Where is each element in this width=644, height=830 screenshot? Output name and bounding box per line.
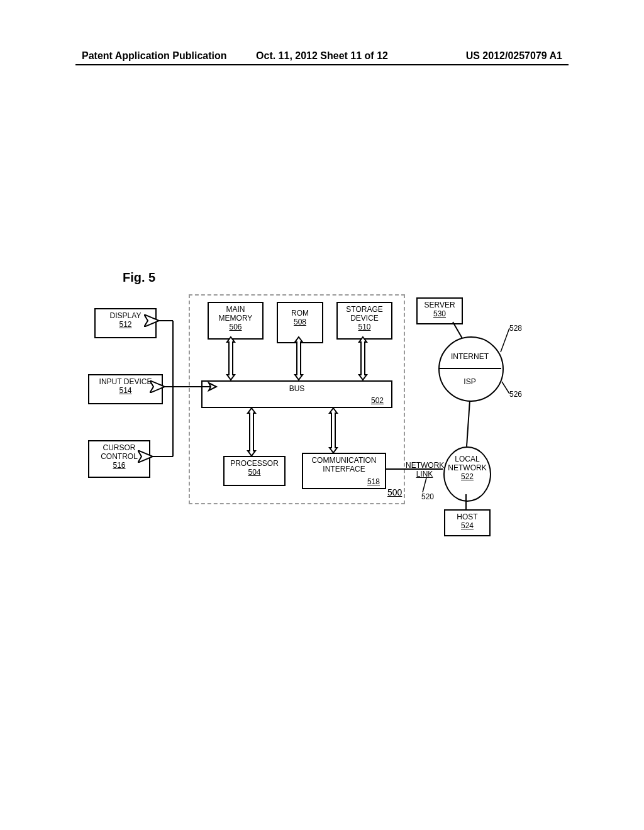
server-label: SERVER (418, 301, 462, 310)
input-device-ref: 514 (89, 387, 162, 396)
network-link-ref: 520 (421, 492, 434, 501)
storage-device-label-2: DEVICE (338, 314, 391, 323)
figure-title: Fig. 5 (123, 270, 155, 285)
host-box: HOST 524 (444, 509, 491, 536)
display-box: DISPLAY 512 (94, 308, 157, 338)
bus-label: BUS (203, 384, 391, 393)
isp-label: ISP (438, 377, 501, 386)
processor-box: PROCESSOR 504 (223, 456, 286, 486)
network-link-label-1: NETWORK (406, 461, 443, 470)
communication-interface-label-1: COMMUNICATION (303, 456, 385, 465)
internet-isp-divider (438, 368, 501, 369)
main-memory-label-1: MAIN (209, 306, 262, 314)
page: Patent Application Publication Oct. 11, … (0, 0, 644, 830)
internet-callout: 528 (509, 324, 522, 333)
rom-box: ROM 508 (277, 302, 323, 343)
processor-ref: 504 (225, 468, 284, 477)
storage-device-ref: 510 (338, 323, 391, 332)
rom-ref: 508 (278, 318, 322, 327)
header-rule (75, 64, 569, 65)
cursor-control-label-2: CONTROL (89, 453, 149, 462)
host-ref: 524 (445, 522, 489, 531)
internet-label: INTERNET (438, 352, 501, 361)
processor-label: PROCESSOR (225, 460, 284, 468)
input-device-label: INPUT DEVICE (89, 378, 162, 387)
communication-interface-label-2: INTERFACE (303, 465, 385, 474)
bus-box: BUS 502 (201, 380, 392, 408)
display-label: DISPLAY (96, 312, 155, 321)
storage-device-box: STORAGE DEVICE 510 (336, 302, 392, 340)
bus-ref: 502 (371, 396, 384, 405)
computer-ref: 500 (387, 487, 402, 497)
server-box: SERVER 530 (416, 297, 463, 324)
main-memory-label-2: MEMORY (209, 314, 262, 323)
input-device-box: INPUT DEVICE 514 (88, 374, 163, 404)
internet-isp-circle (438, 336, 504, 402)
storage-device-label-1: STORAGE (338, 306, 391, 314)
local-network-label-1: LOCAL (445, 455, 490, 464)
svg-line-11 (502, 382, 509, 394)
cursor-control-ref: 516 (89, 462, 149, 470)
svg-line-6 (423, 478, 426, 492)
header-right: US 2012/0257079 A1 (466, 50, 562, 62)
local-network-circle: LOCAL NETWORK 522 (443, 446, 491, 502)
local-network-ref: 522 (445, 473, 490, 482)
local-network-label-2: NETWORK (445, 464, 490, 473)
communication-interface-ref: 518 (367, 478, 380, 487)
svg-line-10 (501, 328, 509, 352)
isp-callout: 526 (509, 390, 522, 399)
cursor-control-box: CURSOR CONTROL 516 (88, 440, 150, 478)
network-link-label-2: LINK (406, 470, 443, 479)
rom-label: ROM (278, 309, 322, 318)
communication-interface-box: COMMUNICATION INTERFACE 518 (302, 453, 386, 489)
display-ref: 512 (96, 321, 155, 329)
cursor-control-label-1: CURSOR (89, 444, 149, 453)
host-label: HOST (445, 513, 489, 522)
main-memory-ref: 506 (209, 323, 262, 332)
svg-line-8 (467, 401, 470, 446)
network-link-label: NETWORK LINK (406, 461, 443, 479)
server-ref: 530 (418, 310, 462, 319)
main-memory-box: MAIN MEMORY 506 (208, 302, 264, 340)
